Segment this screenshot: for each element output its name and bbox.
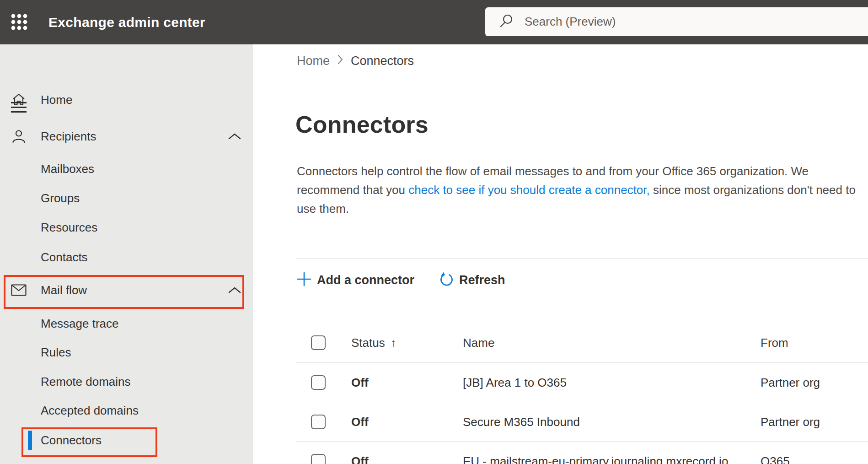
search-input[interactable] <box>525 15 799 29</box>
sidebar-item-label: Remote domains <box>41 375 131 389</box>
sidebar-item-label: Accepted domains <box>41 404 139 418</box>
row-checkbox[interactable] <box>311 415 326 429</box>
table-row-divider <box>296 402 868 402</box>
sidebar-item-recipients[interactable]: Recipients <box>0 122 253 151</box>
mail-icon <box>11 282 27 298</box>
sidebar-item-rules[interactable]: Rules <box>0 338 253 367</box>
sidebar-item-label: Connectors <box>41 433 102 448</box>
breadcrumb-current: Connectors <box>351 54 414 68</box>
column-header-status[interactable]: Status ↑ <box>351 336 396 350</box>
table-row[interactable]: Off [JB] Area 1 to O365 Partner org <box>253 370 868 395</box>
sidebar-item-label: Message trace <box>41 317 119 331</box>
top-app-bar: Exchange admin center <box>0 0 868 44</box>
sidebar-item-accepted-domains[interactable]: Accepted domains <box>0 396 253 425</box>
sidebar-item-resources[interactable]: Resources <box>0 213 253 242</box>
sidebar-item-label: Groups <box>41 191 80 205</box>
row-checkbox[interactable] <box>311 375 326 390</box>
sort-ascending-icon: ↑ <box>391 336 396 350</box>
sidebar-item-label: Mailboxes <box>41 162 94 176</box>
refresh-button[interactable]: Refresh <box>438 271 505 289</box>
app-title: Exchange admin center <box>48 0 205 44</box>
sidebar-item-label: Contacts <box>41 250 88 264</box>
person-icon <box>11 129 27 144</box>
sidebar-item-label: Home <box>41 93 72 107</box>
row-from: Partner org <box>761 415 820 429</box>
select-all-checkbox[interactable] <box>311 335 326 350</box>
sidebar-item-contacts[interactable]: Contacts <box>0 243 253 272</box>
row-from: Partner org <box>761 376 820 390</box>
table-header-divider <box>296 362 868 363</box>
table-row-divider <box>296 441 868 442</box>
row-name[interactable]: EU - mailstream-eu-primary.journaling.mx… <box>463 454 728 464</box>
sidebar-item-mailboxes[interactable]: Mailboxes <box>0 154 253 183</box>
sidebar-item-label: Recipients <box>41 129 96 144</box>
column-header-name[interactable]: Name <box>463 336 494 350</box>
sidebar-item-home[interactable]: Home <box>0 85 253 114</box>
sidebar-item-groups[interactable]: Groups <box>0 183 253 213</box>
selected-item-indicator <box>28 431 32 450</box>
chevron-up-icon[interactable] <box>228 132 241 140</box>
breadcrumb-chevron-icon <box>337 54 344 69</box>
add-connector-button[interactable]: Add a connector <box>297 272 414 288</box>
row-name[interactable]: [JB] Area 1 to O365 <box>463 376 567 390</box>
sidebar-item-connectors[interactable]: Connectors <box>0 426 253 455</box>
page-title: Connectors <box>295 111 429 138</box>
sidebar-item-remote-domains[interactable]: Remote domains <box>0 367 253 396</box>
row-status: Off <box>351 376 369 390</box>
sidebar-item-message-trace[interactable]: Message trace <box>0 309 253 338</box>
column-header-status-label: Status <box>351 336 385 350</box>
column-header-from[interactable]: From <box>761 336 788 350</box>
search-icon <box>499 14 514 30</box>
table-header-row: Status ↑ Name From <box>253 330 868 356</box>
create-connector-check-link[interactable]: check to see if you should create a conn… <box>408 183 650 197</box>
add-connector-label: Add a connector <box>317 273 414 287</box>
sidebar-item-label: Mail flow <box>41 283 87 297</box>
table-row[interactable]: Off EU - mailstream-eu-primary.journalin… <box>253 448 868 464</box>
row-checkbox[interactable] <box>311 454 326 464</box>
breadcrumb-home-link[interactable]: Home <box>297 54 330 68</box>
refresh-icon <box>438 271 455 289</box>
sidebar-item-label: Resources <box>41 221 97 235</box>
main-content <box>253 44 868 464</box>
page-description: Connectors help control the flow of emai… <box>297 162 862 218</box>
home-icon <box>11 92 27 108</box>
search-box[interactable] <box>485 7 868 36</box>
row-status: Off <box>351 454 369 464</box>
command-bar: Add a connector Refresh <box>297 268 505 292</box>
sidebar-item-label: Rules <box>41 345 71 360</box>
plus-icon <box>297 272 311 288</box>
toolbar-top-divider <box>296 258 868 259</box>
refresh-label: Refresh <box>459 273 505 287</box>
chevron-up-icon[interactable] <box>228 286 241 294</box>
row-name[interactable]: Secure M365 Inbound <box>463 415 580 429</box>
table-row[interactable]: Off Secure M365 Inbound Partner org <box>253 409 868 435</box>
sidebar-item-mail-flow[interactable]: Mail flow <box>0 275 253 305</box>
row-from: O365 <box>761 454 790 464</box>
breadcrumb: Home Connectors <box>297 54 414 69</box>
app-launcher-waffle-icon[interactable] <box>8 11 30 33</box>
row-status: Off <box>351 415 369 429</box>
